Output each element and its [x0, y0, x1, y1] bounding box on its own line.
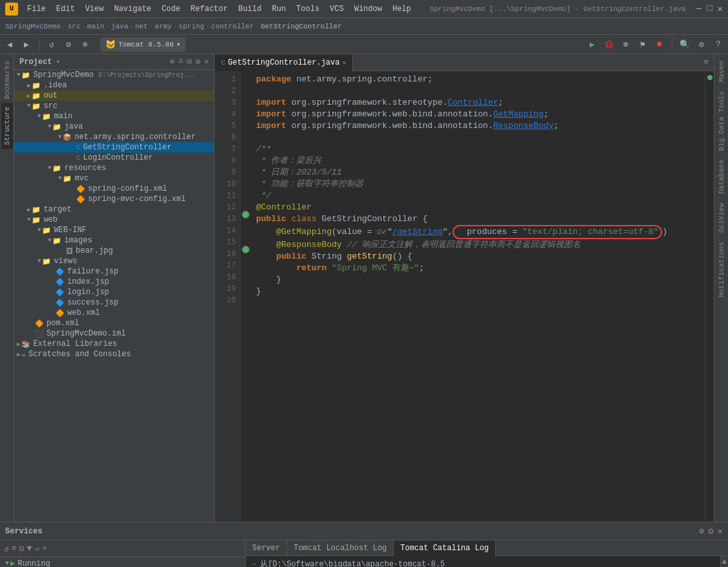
services-add[interactable]: + — [42, 544, 47, 553]
tree-item-spring-config[interactable]: 🔶 spring-config.xml — [14, 184, 214, 194]
menu-window[interactable]: Window — [350, 3, 386, 15]
sidebar-dropdown[interactable]: ▾ — [56, 58, 60, 66]
tree-item-login[interactable]: 🔷 login.jsp — [14, 287, 214, 297]
maximize-button[interactable]: □ — [707, 3, 712, 14]
code-editor[interactable]: 12345 678910 1112131415 1617181920 packa… — [215, 71, 714, 522]
close-button[interactable]: ✕ — [718, 3, 723, 14]
sidebar-action-settings[interactable]: ⚙ — [196, 57, 200, 67]
tree-item-main[interactable]: ▼ 📁 main — [14, 111, 214, 122]
log-tab-localhost[interactable]: Tomcat Localhost Log — [287, 540, 394, 556]
menu-vcs[interactable]: VCS — [326, 3, 348, 15]
toolbar-stop[interactable]: ■ — [652, 37, 667, 52]
services-close-icon[interactable]: ✕ — [718, 526, 723, 537]
run-config[interactable]: 🐱 Tomcat 8.5.86 ▾ — [100, 37, 186, 52]
tree-item-scratches[interactable]: ▶ ✏ Scratches and Consoles — [14, 349, 214, 359]
tree-item-ext-libs[interactable]: ▶ 📚 External Libraries — [14, 339, 214, 349]
tree-item-idea[interactable]: ▶ 📁 .idea — [14, 80, 214, 91]
services-add-icon[interactable]: ⊕ — [699, 526, 704, 537]
scroll-up-icon[interactable]: ▲ — [722, 557, 727, 566]
breadcrumb-springmvcdemo[interactable]: SpringMvcDemo — [5, 23, 61, 30]
menu-navigate[interactable]: Navigate — [110, 3, 155, 15]
notifications-panel[interactable]: Notifications — [716, 238, 727, 301]
left-tab-bookmarks[interactable]: Bookmarks — [1, 57, 13, 103]
tree-label: .idea — [43, 81, 67, 90]
left-tab-structure[interactable]: Structure — [1, 103, 13, 149]
tabs-menu-icon[interactable]: ≡ — [703, 58, 709, 67]
sidebar-action-collapse[interactable]: ⊟ — [187, 57, 191, 67]
toolbar-help[interactable]: ? — [711, 37, 725, 52]
menu-tools[interactable]: Tools — [292, 3, 323, 15]
services-deploy[interactable]: ⇒ — [34, 544, 39, 554]
tree-item-webinf[interactable]: ▼ 📁 WEB-INF — [14, 225, 214, 235]
tree-item-images[interactable]: ▼ 📁 images — [14, 235, 214, 246]
toolbar-run[interactable]: ▶ — [585, 37, 599, 52]
menu-build[interactable]: Build — [234, 3, 265, 15]
toolbar-forward[interactable]: ▶ — [19, 37, 34, 52]
menu-code[interactable]: Code — [158, 3, 184, 15]
tree-item-pom[interactable]: 🔶 pom.xml — [14, 318, 214, 328]
tree-item-mvc[interactable]: ▼ 📁 mvc — [14, 173, 214, 184]
toolbar-refresh[interactable]: ↺ — [45, 37, 59, 52]
sidebar-action-add[interactable]: ⊕ — [170, 57, 175, 67]
tree-item-failure[interactable]: 🔷 failure.jsp — [14, 266, 214, 277]
breadcrumb-controller[interactable]: controller — [211, 23, 254, 30]
tree-item-out[interactable]: ▶ 📁 out — [14, 91, 214, 101]
code-content[interactable]: package net.army.spring.controller; impo… — [251, 71, 705, 522]
toolbar-profile[interactable]: ⊛ — [619, 37, 633, 52]
toolbar-back[interactable]: ◀ — [3, 37, 17, 52]
expand-arrow: ▶ — [27, 206, 30, 213]
tree-item-src[interactable]: ▼ 📁 src — [14, 101, 214, 111]
tree-item-webxml[interactable]: 🔶 web.xml — [14, 308, 214, 318]
maven-panel[interactable]: Maven — [716, 57, 727, 86]
tree-item-controller-pkg[interactable]: ▼ 📦 net.army.spring.controller — [14, 132, 214, 142]
breadcrumb-src[interactable]: src — [67, 23, 80, 30]
tree-item-bear[interactable]: 🖼 bear.jpg — [14, 246, 214, 256]
toolbar-settings2[interactable]: ⚙ — [694, 37, 709, 52]
tree-item-iml[interactable]: ⬛ SpringMvcDemo.iml — [14, 328, 214, 339]
tree-item-java[interactable]: ▼ 📁 java — [14, 122, 214, 132]
breadcrumb-net[interactable]: net — [135, 23, 148, 30]
sciview-panel[interactable]: SciView — [716, 199, 727, 237]
menu-file[interactable]: File — [23, 3, 50, 15]
log-tab-catalina[interactable]: Tomcat Catalina Log — [394, 540, 496, 556]
tree-item-springmvcdemo[interactable]: ▼ 📁 SpringMvcDemo D:\Projects\SpringProj… — [14, 70, 214, 80]
menu-edit[interactable]: Edit — [52, 3, 79, 15]
toolbar-search[interactable]: 🔍 — [678, 37, 692, 52]
menu-help[interactable]: Help — [389, 3, 415, 15]
bigdata-panel[interactable]: Big Data Tools — [716, 87, 727, 155]
breadcrumb-spring[interactable]: spring — [178, 23, 204, 30]
breadcrumb-main[interactable]: main — [87, 23, 104, 30]
tree-item-spring-mvc-config[interactable]: 🔶 spring-mvc-config.xml — [14, 194, 214, 204]
services-rerun[interactable]: ↺ — [4, 544, 9, 554]
minimize-button[interactable]: — — [696, 3, 701, 14]
toolbar-settings[interactable]: ⚙ — [61, 37, 76, 52]
menu-view[interactable]: View — [81, 3, 108, 15]
breadcrumb-java[interactable]: java — [111, 23, 128, 30]
tree-item-target[interactable]: ▶ 📁 target — [14, 204, 214, 215]
services-settings-icon[interactable]: ⚙ — [708, 526, 713, 537]
tree-label: mvc — [74, 174, 89, 183]
services-collapse[interactable]: ⊟ — [19, 544, 25, 554]
database-panel[interactable]: Database — [716, 156, 727, 198]
tree-item-web[interactable]: ▼ 📁 web — [14, 215, 214, 225]
tree-item-getstringcontroller[interactable]: C GetStringController — [14, 142, 214, 153]
sidebar-action-close[interactable]: ✕ — [204, 57, 209, 67]
services-expand[interactable]: ≡ — [12, 544, 17, 553]
log-tab-server[interactable]: Server — [246, 540, 287, 556]
menu-refactor[interactable]: Refactor — [187, 3, 232, 15]
menu-run[interactable]: Run — [268, 3, 290, 15]
toolbar-add[interactable]: ⊕ — [78, 37, 92, 52]
tree-item-views[interactable]: ▼ 📁 views — [14, 256, 214, 266]
tree-item-resources[interactable]: ▼ 📁 resources — [14, 163, 214, 173]
tree-item-success[interactable]: 🔷 success.jsp — [14, 297, 214, 308]
sidebar-action-expand[interactable]: ≡ — [178, 57, 183, 67]
breadcrumb-army[interactable]: army — [155, 23, 171, 30]
tree-item-logincontroller[interactable]: C LoginController — [14, 153, 214, 163]
svc-running-group[interactable]: ▼ ▶ Running — [0, 557, 245, 567]
toolbar-coverage[interactable]: ⚑ — [636, 37, 650, 52]
editor-tab-getstringcontroller[interactable]: C GetStringController.java ✕ — [215, 54, 353, 71]
services-filter[interactable]: ▼ — [27, 544, 32, 553]
toolbar-debug[interactable]: 🐞 — [602, 37, 616, 52]
tab-close-button[interactable]: ✕ — [342, 59, 346, 67]
tree-item-index[interactable]: 🔷 index.jsp — [14, 277, 214, 287]
